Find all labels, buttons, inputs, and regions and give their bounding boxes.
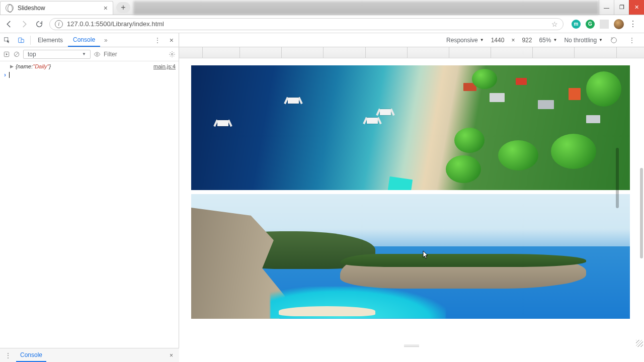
window-titlebar: Slideshow × + — ❐ ✕ — [0, 0, 644, 15]
device-bar-menu-icon[interactable]: ⋮ — [625, 37, 639, 44]
console-prompt[interactable]: › — [3, 71, 176, 78]
console-log-line[interactable]: ▶ {name: "Daily" } main.js:4 — [3, 63, 176, 69]
dimension-x: × — [511, 37, 515, 44]
devtools-toolbar: Elements Console » ⋮ × Responsive ▼ 1440… — [0, 33, 644, 47]
inspect-element-icon[interactable] — [0, 37, 14, 44]
ruler[interactable] — [179, 47, 644, 58]
tabs-overflow-icon[interactable]: » — [100, 37, 112, 44]
url-text: 127.0.0.1:5500/Library/index.html — [67, 20, 164, 28]
bookmark-star-icon[interactable]: ☆ — [551, 20, 558, 28]
rendered-page[interactable] — [191, 65, 630, 338]
url-input[interactable]: i 127.0.0.1:5500/Library/index.html ☆ — [49, 18, 564, 30]
svg-rect-2 — [21, 39, 24, 42]
globe-icon — [6, 4, 14, 12]
expand-triangle-icon[interactable]: ▶ — [10, 64, 14, 69]
prompt-chevron-icon: › — [4, 71, 6, 78]
throttling-label: No throttling — [564, 37, 597, 44]
address-bar: i 127.0.0.1:5500/Library/index.html ☆ m … — [0, 15, 644, 33]
zoom-select[interactable]: 65% ▼ — [539, 37, 557, 44]
console-output[interactable]: ▶ {name: "Daily" } main.js:4 › — [0, 61, 179, 348]
caret-down-icon: ▼ — [82, 52, 86, 56]
extension-icon-1[interactable]: m — [572, 20, 581, 29]
log-object-value: "Daily" — [33, 63, 49, 69]
filter-input[interactable] — [104, 51, 124, 58]
browser-menu-button[interactable]: ⋮ — [629, 19, 637, 29]
rotate-icon[interactable] — [610, 36, 618, 44]
context-select[interactable]: top ▼ — [23, 50, 91, 59]
device-select[interactable]: Responsive ▼ — [446, 37, 484, 44]
back-button[interactable] — [4, 19, 14, 29]
slide-image-2 — [191, 194, 630, 319]
log-source-link[interactable]: main.js:4 — [153, 63, 176, 69]
console-toolbar: top ▼ — [0, 47, 179, 61]
device-toggle-icon[interactable] — [14, 37, 28, 44]
svg-point-7 — [171, 53, 173, 55]
drawer-tab-console[interactable]: Console — [16, 348, 46, 362]
console-drawer: ⋮ Console × — [0, 348, 179, 362]
background-tabs-blurred — [133, 1, 599, 15]
extension-icon-2[interactable]: G — [586, 20, 595, 29]
devtools-menu-icon[interactable]: ⋮ — [150, 37, 165, 44]
site-info-icon[interactable]: i — [55, 20, 63, 28]
drawer-menu-icon[interactable]: ⋮ — [0, 352, 16, 359]
log-object-suffix: } — [49, 63, 51, 69]
drawer-drag-handle[interactable] — [404, 345, 419, 347]
window-controls: — ❐ ✕ — [599, 0, 644, 15]
caret-down-icon: ▼ — [599, 38, 603, 42]
new-tab-button[interactable]: + — [116, 2, 130, 13]
slide-image-1 — [191, 65, 630, 190]
page-scrollbar[interactable] — [616, 148, 619, 208]
viewport-scrollbar[interactable] — [640, 168, 643, 258]
browser-tab-active[interactable]: Slideshow × — [0, 1, 113, 15]
close-window-button[interactable]: ✕ — [629, 0, 644, 15]
tab-console[interactable]: Console — [68, 33, 100, 47]
play-icon[interactable] — [3, 51, 10, 58]
log-object-prefix: {name: — [16, 63, 33, 69]
console-settings-icon[interactable] — [169, 51, 176, 58]
device-select-label: Responsive — [446, 37, 478, 44]
context-label: top — [28, 51, 36, 58]
caret-down-icon: ▼ — [553, 38, 557, 42]
tab-close-icon[interactable]: × — [104, 4, 108, 12]
text-cursor — [9, 72, 10, 78]
svg-point-6 — [96, 53, 98, 55]
profile-avatar[interactable] — [614, 19, 624, 29]
viewport-width[interactable]: 1440 — [491, 37, 505, 44]
svg-point-3 — [611, 37, 617, 43]
throttling-select[interactable]: No throttling ▼ — [564, 37, 603, 44]
live-expression-icon[interactable] — [94, 51, 101, 58]
forward-button[interactable] — [19, 19, 29, 29]
maximize-button[interactable]: ❐ — [614, 0, 629, 15]
devtools-close-icon[interactable]: × — [165, 36, 179, 44]
clear-console-icon[interactable] — [13, 51, 20, 58]
caret-down-icon: ▼ — [480, 38, 484, 42]
viewport-height[interactable]: 922 — [522, 37, 532, 44]
drawer-close-icon[interactable]: × — [164, 352, 179, 359]
zoom-label: 65% — [539, 37, 551, 44]
console-panel: top ▼ ▶ {name: "Daily" } main.js:4 › — [0, 47, 179, 348]
tab-title: Slideshow — [18, 5, 45, 12]
device-viewport — [179, 47, 644, 348]
reload-button[interactable] — [34, 19, 44, 29]
minimize-button[interactable]: — — [599, 0, 614, 15]
tab-elements[interactable]: Elements — [33, 33, 68, 47]
extension-icons: m G ⋮ — [569, 19, 640, 29]
resize-grip-icon[interactable] — [636, 340, 643, 347]
extension-icon-3[interactable] — [600, 20, 609, 29]
